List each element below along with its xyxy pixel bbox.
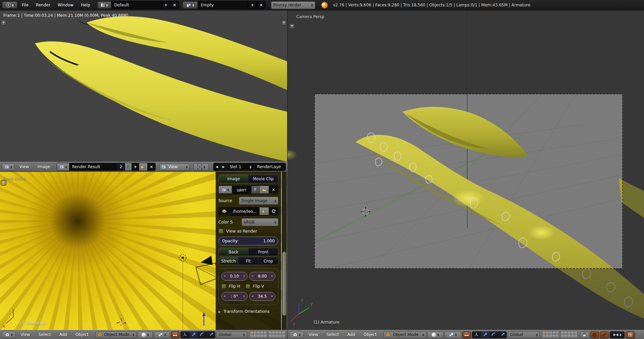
open-image-button[interactable]	[139, 163, 148, 171]
menu-file[interactable]: File	[18, 3, 32, 7]
decrement-arrow-icon[interactable]: ◂	[224, 294, 225, 298]
colorspace-select[interactable]: sRGB ▲▼	[241, 218, 278, 226]
snap-toggle-button[interactable]	[590, 331, 599, 338]
menu-object[interactable]: Object	[72, 332, 92, 337]
increment-arrow-icon[interactable]: ▸	[271, 274, 273, 278]
decrement-arrow-icon[interactable]: ◂	[224, 274, 225, 278]
offset-x-field[interactable]: ◂ 0.10 ▸	[221, 272, 248, 281]
scene-close-button[interactable]: ×	[257, 1, 266, 9]
editor-type-button-3dview[interactable]: ▲▼	[2, 331, 16, 338]
next-slot-button[interactable]: ▶	[220, 163, 227, 171]
screen-layout-browse-button[interactable]: ▲▼	[97, 1, 111, 9]
manipulator-toggle-button[interactable]	[462, 331, 471, 338]
layer-grid[interactable]	[561, 331, 578, 338]
image-view-mode-select[interactable]: View ▲▼	[159, 163, 189, 171]
screen-layout-close-button[interactable]: ×	[170, 1, 179, 9]
transform-orientations-panel-header[interactable]: Transform Orientations	[223, 309, 270, 314]
increment-arrow-icon[interactable]: ▸	[244, 294, 245, 298]
increment-arrow-icon[interactable]: ▸	[244, 274, 245, 278]
unlink-image-button[interactable]: ×	[269, 186, 278, 193]
scrollbar-thumb[interactable]	[282, 252, 286, 316]
prev-slot-button[interactable]: ◀	[214, 163, 220, 171]
depth-back-button[interactable]: Back	[219, 248, 249, 256]
tab-image[interactable]: Image	[219, 175, 249, 183]
viewport-front-ortho[interactable]: Front Ortho (1) Armature x + Image Movie…	[0, 172, 287, 330]
proportional-editing-button[interactable]	[600, 331, 609, 338]
scene-browse-button[interactable]: ▲▼	[182, 1, 198, 9]
pivot-select[interactable]: ▲▼	[193, 163, 209, 171]
decrement-arrow-icon[interactable]: ◂	[252, 274, 253, 278]
layer-grid[interactable]	[269, 331, 285, 338]
reload-image-button[interactable]	[269, 207, 278, 215]
editor-type-button-image[interactable]: ▲▼	[2, 163, 15, 171]
layer-grid[interactable]	[250, 331, 267, 338]
filepath-field[interactable]: /home/leo...	[230, 207, 260, 215]
manip-scale-button[interactable]	[498, 331, 507, 338]
source-select[interactable]: Single Image ▲▼	[239, 197, 278, 205]
fake-user-button[interactable]: F	[125, 163, 132, 171]
menu-select[interactable]: Select	[35, 332, 55, 337]
fake-user-button[interactable]: F	[252, 186, 260, 193]
tab-movie-clip[interactable]: Movie Clip	[249, 175, 278, 183]
bgimage-name-field[interactable]: цвет	[232, 186, 252, 194]
mode-select[interactable]: Object Mode ▲▼	[383, 331, 426, 338]
manip-rotate-button[interactable]	[198, 331, 207, 338]
manipulator-toggle-button[interactable]	[171, 331, 179, 338]
screen-layout-add-button[interactable]: +	[162, 1, 170, 9]
menu-add[interactable]: Add	[56, 332, 71, 337]
manip-axis-button[interactable]	[180, 331, 189, 338]
menu-view[interactable]: View	[17, 332, 34, 337]
region-expand-button[interactable]: +	[289, 23, 295, 29]
frame-fit-button[interactable]: Fit	[238, 257, 258, 265]
orientation-select[interactable]: Global ▲▼	[216, 331, 247, 338]
panel-scrollbar[interactable]	[282, 172, 287, 330]
mode-select[interactable]: Object Mode ▲▼	[95, 331, 137, 338]
orientation-select[interactable]: Global ▲▼	[508, 331, 540, 338]
open-image-button[interactable]	[260, 186, 269, 193]
image-datablock-icon-button[interactable]	[219, 207, 230, 215]
region-expand-button[interactable]: +	[1, 20, 6, 26]
scene-add-button[interactable]: +	[248, 1, 257, 9]
rotation-field[interactable]: ◂ : 0° ▸	[221, 292, 248, 301]
editor-type-button-3dview[interactable]: ▲▼	[289, 331, 304, 338]
menu-help[interactable]: Help	[77, 3, 94, 7]
manip-scale-button[interactable]	[207, 331, 215, 338]
manip-axis-button[interactable]	[472, 331, 481, 338]
image-browse-button[interactable]: ▲▼	[57, 163, 69, 171]
render-engine-select[interactable]: Povray render ▲▼	[271, 1, 315, 9]
decrement-arrow-icon[interactable]: ◂	[252, 294, 253, 298]
manip-translate-button[interactable]	[481, 331, 489, 338]
menu-view[interactable]: View	[305, 332, 322, 337]
open-file-button[interactable]	[260, 207, 269, 215]
menu-object[interactable]: Object	[360, 332, 380, 337]
flip-v-checkbox[interactable]	[246, 284, 250, 289]
offset-y-field[interactable]: ◂ 8.00 ▸	[249, 272, 275, 281]
lock-to-scene-button[interactable]	[580, 331, 589, 338]
flip-h-checkbox[interactable]	[221, 284, 226, 289]
menu-add[interactable]: Add	[344, 332, 359, 337]
image-name-field[interactable]: Render Result	[69, 163, 117, 171]
editor-type-button-info[interactable]: i ▲▼	[2, 1, 17, 9]
frame-crop-button[interactable]: Crop	[259, 257, 278, 265]
region-expand-button[interactable]: +	[281, 20, 287, 26]
snap-element-select[interactable]: ▲▼	[610, 331, 625, 338]
shading-select[interactable]: ▲▼	[138, 331, 153, 338]
opacity-slider[interactable]: Opacity: 1.000	[218, 237, 278, 245]
region-expand-button[interactable]: +	[1, 180, 6, 186]
pivot-point-select[interactable]: ▲▼	[444, 331, 461, 338]
manip-rotate-button[interactable]	[489, 331, 498, 338]
new-image-button[interactable]: +	[132, 163, 139, 171]
menu-window[interactable]: Window	[54, 3, 77, 7]
viewport-camera-persp[interactable]: Camera Persp z Y x (1) Armature +	[287, 10, 644, 330]
bgimage-browse-button[interactable]: ▲▼	[219, 186, 232, 193]
unlink-image-button[interactable]: ×	[148, 163, 155, 171]
scene-field[interactable]: Empty	[198, 1, 248, 9]
menu-select[interactable]: Select	[323, 332, 342, 337]
frame-stretch-button[interactable]: Stretch	[219, 257, 238, 265]
view-as-render-checkbox[interactable]	[218, 229, 223, 234]
pivot-point-select[interactable]: ▲▼	[154, 331, 170, 338]
depth-front-button[interactable]: Front	[249, 248, 278, 256]
image-editor-canvas[interactable]: Frame:1 | Time:00:03.24 | Mem:21.10M (0.…	[0, 10, 287, 162]
opengl-render-button[interactable]	[626, 331, 635, 338]
shading-select[interactable]: ▲▼	[427, 331, 443, 338]
